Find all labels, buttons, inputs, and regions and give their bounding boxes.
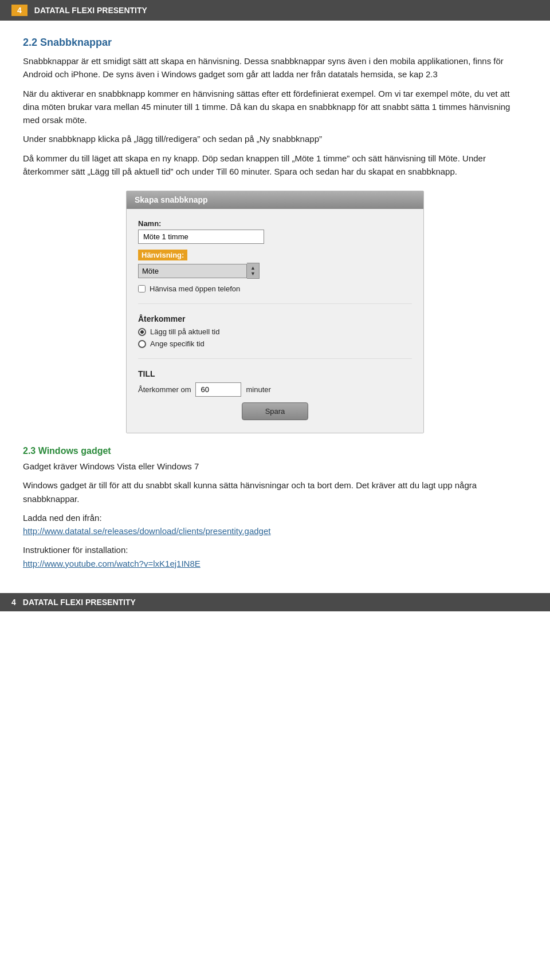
- divider1: [138, 303, 412, 304]
- top-bar: 4 DATATAL FLEXI PRESENTITY: [0, 0, 550, 21]
- radio2-icon: [138, 340, 146, 348]
- instruktioner-label: Instruktioner för installation:: [23, 545, 128, 555]
- radio1-icon: [138, 328, 146, 336]
- section-2-3-para1: Gadget kräver Windows Vista eller Window…: [23, 460, 527, 473]
- bottom-bar: 4 DATATAL FLEXI PRESENTITY: [0, 593, 550, 611]
- minuter-input[interactable]: [195, 382, 241, 397]
- para2: När du aktiverar en snabbknapp kommer en…: [23, 87, 527, 127]
- youtube-link[interactable]: http://www.youtube.com/watch?v=lxK1ej1IN…: [23, 559, 201, 568]
- checkbox-row: Hänvisa med öppen telefon: [138, 284, 412, 293]
- aterkommer-om-label: Återkommer om: [138, 385, 191, 394]
- minuter-label: minuter: [246, 385, 270, 394]
- main-content: 2.2 Snabbknappar Snabbknappar är ett smi…: [0, 21, 550, 587]
- section-2-2-heading: 2.2 Snabbknappar: [23, 37, 527, 49]
- section-2-3-para3: Ladda ned den ifrån: http://www.datatal.…: [23, 511, 527, 538]
- section-2-3-para4: Instruktioner för installation: http://w…: [23, 543, 527, 570]
- dialog-body: Namn: Hänvisning: Möte ▲ ▼: [127, 209, 423, 433]
- top-bar-page-number: 4: [11, 5, 28, 16]
- para4: Då kommer du till läget att skapa en ny …: [23, 152, 527, 179]
- radio2-row: Ange specifik tid: [138, 339, 412, 348]
- radio1-row: Lägg till på aktuell tid: [138, 327, 412, 336]
- open-phone-checkbox[interactable]: [138, 285, 146, 293]
- form-row-hanvisning: Hänvisning: Möte ▲ ▼: [138, 250, 412, 279]
- till-title: TILL: [138, 369, 412, 378]
- download-link[interactable]: http://www.datatal.se/releases/download/…: [23, 526, 270, 536]
- hanvisning-label: Hänvisning:: [138, 250, 187, 260]
- dialog-titlebar: Skapa snabbknapp: [127, 191, 423, 209]
- save-button[interactable]: Spara: [242, 402, 309, 420]
- hanvisning-select[interactable]: Möte: [138, 264, 247, 278]
- namn-label: Namn:: [138, 219, 412, 228]
- para1: Snabbknappar är ett smidigt sätt att ska…: [23, 54, 527, 81]
- namn-input[interactable]: [138, 230, 264, 244]
- section-2-3-heading: 2.3 Windows gadget: [23, 446, 527, 456]
- ladda-ned-label: Ladda ned den ifrån:: [23, 513, 102, 523]
- radio1-label: Lägg till på aktuell tid: [150, 327, 219, 336]
- till-row: Återkommer om minuter: [138, 382, 412, 397]
- bottom-bar-page-number: 4: [11, 598, 16, 607]
- bottom-bar-title: DATATAL FLEXI PRESENTITY: [23, 598, 136, 607]
- select-arrows-icon: ▲ ▼: [247, 263, 260, 279]
- radio2-label: Ange specifik tid: [150, 339, 205, 348]
- aterkommer-title: Återkommer: [138, 314, 412, 323]
- top-bar-title: DATATAL FLEXI PRESENTITY: [34, 6, 147, 15]
- section-2-3-para2: Windows gadget är till för att du snabbt…: [23, 479, 527, 505]
- dialog-screenshot: Skapa snabbknapp Namn: Hänvisning: Möte …: [126, 191, 424, 433]
- dialog-title: Skapa snabbknapp: [135, 195, 208, 204]
- para3: Under snabbknapp klicka på „lägg till/re…: [23, 132, 527, 145]
- divider2: [138, 358, 412, 359]
- form-row-namn: Namn:: [138, 219, 412, 244]
- checkbox-label: Hänvisa med öppen telefon: [150, 284, 240, 293]
- hanvisning-select-wrapper: Möte ▲ ▼: [138, 263, 412, 279]
- till-section: TILL Återkommer om minuter Spara: [138, 369, 412, 420]
